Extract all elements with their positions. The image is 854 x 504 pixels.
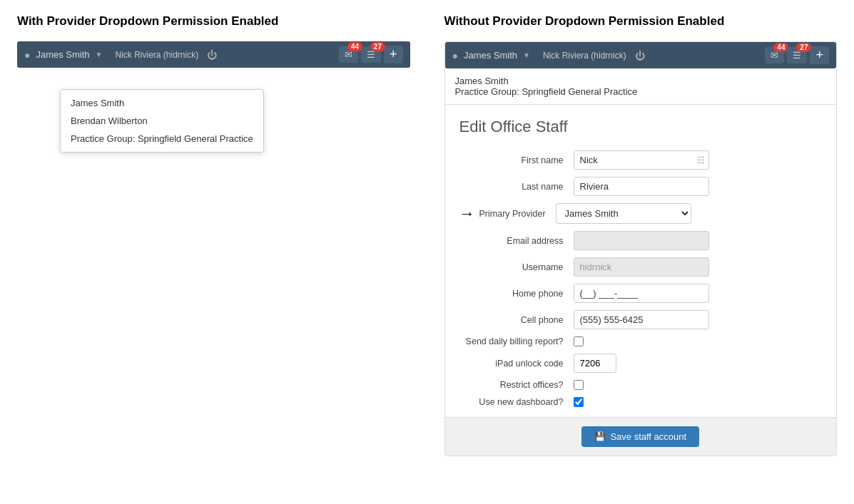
chevron-down-icon: ▼ bbox=[96, 51, 103, 58]
primary-provider-select[interactable]: James Smith bbox=[556, 203, 691, 224]
arrow-icon: → bbox=[459, 205, 475, 223]
user-icon: ● bbox=[24, 49, 30, 61]
cell-phone-input[interactable] bbox=[574, 310, 709, 329]
email-input[interactable] bbox=[574, 231, 709, 250]
first-name-label: First name bbox=[459, 155, 574, 165]
right-nav-badges: ✉ 44 ☰ 27 + bbox=[765, 46, 829, 64]
restrict-label: Restrict offices? bbox=[459, 380, 574, 390]
home-phone-input[interactable] bbox=[574, 284, 709, 303]
first-name-input-wrapper: ☷ bbox=[574, 150, 709, 170]
ipad-input[interactable] bbox=[574, 354, 616, 373]
save-label: Save staff account bbox=[610, 431, 686, 442]
right-panel: Without Provider Dropdown Permission Ena… bbox=[427, 0, 855, 504]
power-icon[interactable]: ⏻ bbox=[207, 49, 217, 61]
dashboard-row: Use new dashboard? bbox=[459, 397, 823, 407]
nav-user-name[interactable]: James Smith bbox=[36, 49, 89, 60]
right-nav-bar: ● James Smith ▼ Nick Riviera (hidrnick) … bbox=[445, 42, 837, 68]
right-mail-button[interactable]: ✉ 44 bbox=[765, 47, 784, 63]
right-user-icon: ● bbox=[452, 50, 458, 61]
nav-nick-name: Nick Riviera (hidrnick) bbox=[116, 50, 199, 60]
input-icon: ☷ bbox=[697, 155, 705, 165]
right-chevron-down-icon: ▼ bbox=[523, 51, 530, 59]
right-list-count: 27 bbox=[796, 43, 811, 52]
right-list-badge-btn[interactable]: ☰ 27 bbox=[787, 47, 807, 63]
dashboard-checkbox[interactable] bbox=[574, 397, 584, 407]
right-panel-title: Without Provider Dropdown Permission Ena… bbox=[444, 14, 838, 29]
first-name-row: First name ☷ bbox=[459, 150, 823, 170]
right-nav-nick-name: Nick Riviera (hidrnick) bbox=[543, 51, 626, 61]
save-button[interactable]: 💾 Save staff account bbox=[581, 426, 699, 447]
right-power-icon[interactable]: ⏻ bbox=[635, 50, 645, 61]
primary-provider-label: Primary Provider bbox=[479, 209, 556, 219]
last-name-input[interactable] bbox=[574, 177, 709, 196]
save-footer: 💾 Save staff account bbox=[445, 417, 837, 456]
username-label: Username bbox=[459, 262, 574, 272]
primary-provider-row: → Primary Provider James Smith bbox=[459, 203, 823, 224]
right-panel-inner: ● James Smith ▼ Nick Riviera (hidrnick) … bbox=[444, 41, 838, 456]
restrict-checkbox[interactable] bbox=[574, 380, 584, 390]
left-panel-title: With Provider Dropdown Permission Enable… bbox=[17, 14, 410, 29]
cell-phone-label: Cell phone bbox=[459, 315, 574, 325]
mail-button[interactable]: ✉ 44 bbox=[339, 46, 358, 63]
billing-report-row: Send daily billing report? bbox=[459, 336, 823, 346]
right-mail-count: 44 bbox=[773, 43, 788, 52]
right-list-button[interactable]: ☰ 27 bbox=[787, 47, 807, 63]
save-icon: 💾 bbox=[594, 431, 606, 442]
mail-count: 44 bbox=[347, 42, 362, 51]
dropdown-item-practice[interactable]: Practice Group: Springfield General Prac… bbox=[61, 130, 263, 148]
ipad-row: iPad unlock code bbox=[459, 354, 823, 373]
home-phone-row: Home phone bbox=[459, 284, 823, 303]
provider-name-1: James Smith bbox=[455, 76, 827, 86]
provider-info-box: James Smith Practice Group: Springfield … bbox=[445, 68, 837, 105]
email-row: Email address bbox=[459, 231, 823, 250]
form-title: Edit Office Staff bbox=[459, 118, 823, 136]
list-badge-btn[interactable]: ☰ 27 bbox=[361, 46, 381, 63]
provider-name-2: Practice Group: Springfield General Prac… bbox=[455, 86, 827, 97]
left-panel: With Provider Dropdown Permission Enable… bbox=[0, 0, 427, 504]
add-button[interactable]: + bbox=[384, 46, 403, 63]
form-container: Edit Office Staff First name ☷ Last name… bbox=[445, 105, 837, 407]
right-nav-user-name[interactable]: James Smith bbox=[464, 50, 517, 61]
username-row: Username bbox=[459, 257, 823, 277]
last-name-row: Last name bbox=[459, 177, 823, 196]
list-count: 27 bbox=[370, 42, 385, 51]
billing-report-label: Send daily billing report? bbox=[459, 336, 574, 346]
cell-phone-row: Cell phone bbox=[459, 310, 823, 329]
right-mail-badge-btn[interactable]: ✉ 44 bbox=[765, 47, 784, 63]
ipad-label: iPad unlock code bbox=[459, 359, 574, 369]
right-add-button[interactable]: + bbox=[810, 46, 829, 64]
username-input[interactable] bbox=[574, 257, 709, 277]
dropdown-item-brendan[interactable]: Brendan Wilberton bbox=[61, 112, 263, 130]
last-name-label: Last name bbox=[459, 182, 574, 192]
nav-badges: ✉ 44 ☰ 27 + bbox=[339, 46, 403, 63]
left-nav-bar: ● James Smith ▼ Nick Riviera (hidrnick) … bbox=[17, 41, 410, 68]
dropdown-item-james[interactable]: James Smith bbox=[61, 94, 263, 112]
provider-dropdown-menu: James Smith Brendan Wilberton Practice G… bbox=[60, 89, 264, 153]
first-name-input[interactable] bbox=[574, 150, 709, 170]
dashboard-label: Use new dashboard? bbox=[459, 397, 574, 407]
billing-report-checkbox[interactable] bbox=[574, 336, 584, 346]
email-label: Email address bbox=[459, 236, 574, 246]
mail-badge-btn[interactable]: ✉ 44 bbox=[339, 46, 358, 63]
home-phone-label: Home phone bbox=[459, 289, 574, 299]
list-button[interactable]: ☰ 27 bbox=[361, 46, 381, 63]
restrict-row: Restrict offices? bbox=[459, 380, 823, 390]
